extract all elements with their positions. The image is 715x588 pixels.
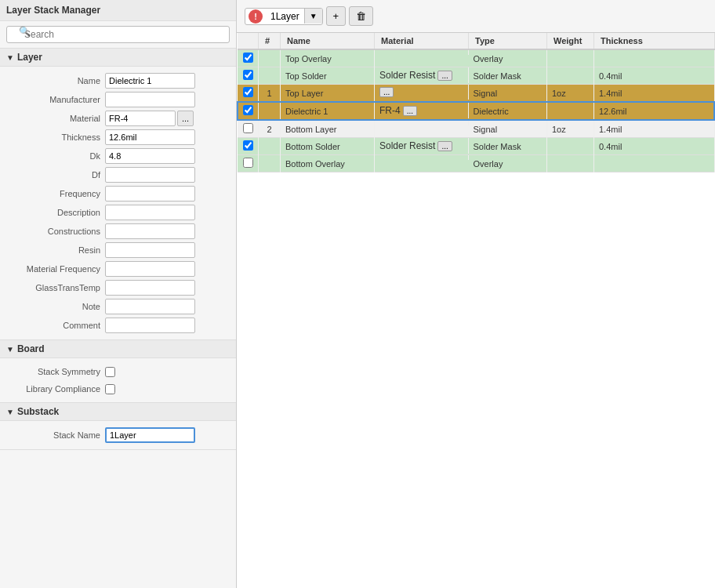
stack-symmetry-checkbox[interactable]: [105, 367, 115, 377]
row-checkbox[interactable]: [243, 158, 253, 168]
row-check-cell: [238, 49, 259, 67]
material-frequency-input[interactable]: [105, 261, 195, 277]
resin-label: Resin: [6, 245, 100, 255]
name-label: Name: [6, 76, 100, 85]
frequency-input[interactable]: [105, 186, 195, 201]
row-weight-cell: [547, 138, 594, 155]
substack-section-header[interactable]: ▼ Substack: [0, 403, 236, 421]
material-frequency-label: Material Frequency: [6, 264, 100, 274]
table-row[interactable]: Top SolderSolder Resist...Solder Mask0.4…: [238, 67, 714, 85]
row-type-cell: Overlay: [469, 49, 547, 67]
library-compliance-row: Library Compliance: [0, 380, 236, 397]
table-row[interactable]: 2Bottom LayerSignal1oz1.4mil: [238, 120, 714, 138]
comment-label: Comment: [6, 321, 100, 330]
table-row[interactable]: Bottom SolderSolder Resist...Solder Mask…: [238, 138, 714, 155]
table-row[interactable]: Bottom OverlayOverlay: [238, 155, 714, 172]
glass-trans-temp-row: GlassTransTemp: [0, 278, 236, 297]
description-label: Description: [6, 208, 100, 217]
row-checkbox[interactable]: [243, 70, 253, 80]
substack-form-section: Stack Name: [0, 421, 236, 450]
df-row: Df: [0, 165, 236, 184]
row-check-cell: [238, 155, 259, 172]
library-compliance-checkbox[interactable]: [105, 384, 115, 394]
df-input[interactable]: [105, 167, 195, 183]
search-input[interactable]: [6, 26, 230, 43]
layer-dropdown-button[interactable]: ▼: [304, 9, 322, 24]
col-check: [238, 33, 259, 49]
row-checkbox[interactable]: [243, 87, 253, 97]
frequency-row: Frequency: [0, 184, 236, 203]
dk-input[interactable]: [105, 148, 195, 164]
table-row[interactable]: Dielectric 1FR-4...Dielectric12.6mil: [238, 102, 714, 120]
left-panel: Layer Stack Manager 🔍 ▼ Layer Name Manuf…: [0, 0, 237, 588]
col-type: Type: [469, 33, 547, 49]
manufacturer-label: Manufacturer: [6, 95, 100, 104]
row-name-cell: Bottom Layer: [281, 120, 375, 138]
stack-name-input[interactable]: [105, 427, 195, 443]
note-row: Note: [0, 297, 236, 316]
warning-icon: !: [249, 9, 263, 24]
layer-arrow-icon: ▼: [6, 53, 14, 62]
note-input[interactable]: [105, 299, 195, 314]
row-thickness-cell: 0.4mil: [594, 67, 715, 85]
row-num-cell: [259, 49, 281, 67]
glass-trans-temp-input[interactable]: [105, 280, 195, 296]
row-checkbox[interactable]: [243, 53, 253, 63]
row-type-cell: Overlay: [469, 155, 547, 172]
row-check-cell: [238, 67, 259, 85]
description-row: Description: [0, 203, 236, 222]
row-weight-cell: [547, 67, 594, 85]
row-material-cell: [375, 155, 469, 160]
row-checkbox[interactable]: [243, 140, 253, 151]
row-material-cell: Solder Resist...: [375, 138, 469, 154]
table-row[interactable]: Top OverlayOverlay: [238, 49, 714, 67]
stack-symmetry-label: Stack Symmetry: [6, 367, 100, 376]
material-picker-button[interactable]: ...: [437, 141, 452, 151]
description-input[interactable]: [105, 205, 195, 220]
board-section-header[interactable]: ▼ Board: [0, 340, 236, 358]
row-thickness-cell: [594, 49, 715, 67]
row-thickness-cell: 1.4mil: [594, 120, 715, 138]
delete-layer-button[interactable]: 🗑: [349, 6, 373, 26]
layer-table: # Name Material Type Weight Thickness To…: [237, 33, 715, 172]
stack-name-row: Stack Name: [0, 426, 236, 445]
right-panel: ! 1Layer ▼ + 🗑 # Name Material Type Weig…: [237, 0, 715, 588]
layer-select-text[interactable]: 1Layer: [266, 9, 304, 24]
layer-select-wrap: ! 1Layer ▼: [245, 8, 323, 25]
material-row: Material ...: [0, 109, 236, 128]
material-dots-button[interactable]: ...: [177, 111, 194, 126]
constructions-input[interactable]: [105, 223, 195, 239]
library-compliance-label: Library Compliance: [6, 384, 100, 394]
board-form-section: Stack Symmetry Library Compliance: [0, 358, 236, 403]
comment-input[interactable]: [105, 318, 195, 333]
resin-input[interactable]: [105, 242, 195, 258]
name-input[interactable]: [105, 73, 195, 89]
material-frequency-row: Material Frequency: [0, 260, 236, 278]
row-type-cell: Solder Mask: [469, 138, 547, 155]
row-thickness-cell: 12.6mil: [594, 102, 715, 120]
thickness-input[interactable]: [105, 129, 195, 145]
row-checkbox[interactable]: [243, 105, 253, 115]
dk-label: Dk: [6, 151, 100, 161]
add-layer-button[interactable]: +: [326, 6, 347, 26]
row-name-cell: Bottom Overlay: [281, 155, 375, 172]
material-picker-button[interactable]: ...: [403, 106, 417, 116]
row-name-cell: Top Layer: [281, 85, 375, 103]
material-picker-button[interactable]: ...: [437, 71, 452, 81]
table-row[interactable]: 1Top Layer...Signal1oz1.4mil: [238, 85, 714, 103]
row-check-cell: [238, 102, 259, 120]
row-material-cell: FR-4...: [375, 103, 469, 118]
row-checkbox[interactable]: [243, 123, 253, 133]
row-check-cell: [238, 120, 259, 138]
thickness-label: Thickness: [6, 132, 100, 142]
row-num-cell: [259, 155, 281, 172]
row-num-cell: [259, 138, 281, 155]
manufacturer-input[interactable]: [105, 92, 195, 107]
row-material-cell: Solder Resist...: [375, 67, 469, 83]
row-weight-cell: [547, 49, 594, 67]
row-material-cell: ...: [375, 85, 469, 100]
material-picker-button[interactable]: ...: [379, 87, 394, 97]
layer-section-header[interactable]: ▼ Layer: [0, 49, 236, 67]
material-input[interactable]: [105, 111, 176, 126]
row-num-cell: 1: [259, 85, 281, 103]
